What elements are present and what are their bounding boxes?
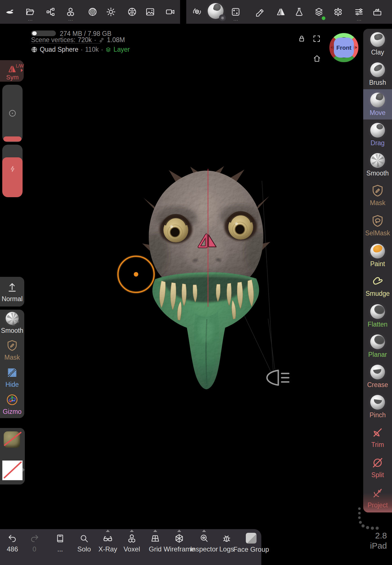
color-expand-arrow[interactable] [23, 468, 25, 472]
device-name: iPad [370, 541, 387, 551]
settings-gear-icon[interactable] [333, 7, 343, 17]
tool-planar[interactable]: Planar [363, 331, 392, 361]
face-group-swatch-icon [246, 533, 257, 544]
planar-ball-icon [370, 334, 385, 349]
active-tool-ball[interactable] [208, 3, 224, 19]
normal-button[interactable]: Normal [0, 277, 24, 307]
sym-expand-arrow[interactable] [21, 69, 23, 72]
tool-paint[interactable]: Paint [363, 240, 392, 271]
scene-icon[interactable] [66, 7, 75, 17]
tool-label: Drag [371, 140, 385, 146]
files-more-dots: ... [28, 16, 33, 22]
tool-clay[interactable]: Clay [363, 29, 392, 59]
version-number: 2.8 [370, 531, 387, 541]
tool-brush[interactable]: Brush [363, 59, 392, 89]
resize-dot [359, 521, 362, 524]
background-image-icon[interactable] [145, 7, 155, 17]
post-process-icon[interactable] [127, 7, 137, 17]
environment-icon[interactable] [106, 7, 116, 17]
symmetry-icon[interactable] [276, 7, 286, 17]
tool-smooth[interactable]: Smooth [363, 150, 392, 180]
arrow-up-icon [6, 281, 18, 293]
fullscreen-icon[interactable] [312, 34, 321, 43]
quick-hide-label: Hide [5, 381, 19, 388]
smooth-ball-icon [6, 312, 19, 325]
topology-icon[interactable] [88, 7, 97, 17]
scene-more-dots: ... [68, 16, 73, 22]
orientation-gizmo[interactable]: Front Front [328, 32, 360, 63]
orbit-view-icon[interactable] [192, 7, 202, 17]
tool-trim[interactable]: Trim [363, 422, 392, 452]
brush-ball-icon [370, 62, 385, 77]
quick-mask-button[interactable]: Mask [0, 337, 24, 364]
selmask-shield-icon [371, 214, 384, 228]
intensity-slider[interactable] [2, 145, 23, 197]
tool-label: Crease [367, 382, 388, 388]
crease-ball-icon [370, 365, 385, 379]
history-more-label: ... [57, 545, 63, 553]
tool-flatten[interactable]: Flatten [363, 301, 392, 331]
split-circle-icon [371, 456, 384, 470]
stroke-normal-panel: Normal [0, 277, 24, 307]
xray-label: X-Ray [98, 545, 117, 553]
tool-move[interactable]: Move [363, 89, 392, 119]
tool-drag[interactable]: Drag [363, 119, 392, 150]
lock-icon[interactable] [297, 34, 306, 43]
tool-label: Smudge [365, 290, 390, 297]
glasses-icon [103, 534, 113, 544]
home-icon[interactable] [313, 54, 321, 63]
quick-gizmo-label: Gizmo [3, 408, 21, 416]
toolbox-icon[interactable] [373, 7, 382, 17]
resize-dot [371, 527, 374, 530]
nomad-logo-icon[interactable] [5, 7, 15, 17]
camera-icon[interactable] [165, 7, 175, 17]
caret-up-icon [130, 530, 134, 532]
tool-label: Paint [370, 261, 385, 267]
radius-icon [8, 109, 17, 118]
tool-label: Split [371, 472, 384, 478]
undo-count: 486 [7, 545, 18, 553]
tool-label: Planar [368, 351, 387, 358]
redo-button[interactable]: 0 [20, 529, 49, 565]
quick-smooth-button[interactable]: Smooth [0, 310, 24, 337]
radius-slider-handle[interactable] [3, 136, 21, 142]
stamps-icon[interactable] [231, 7, 240, 17]
layers-icon[interactable] [314, 7, 324, 17]
face-group-button[interactable]: Face Group [235, 529, 268, 565]
layers-active-dot [322, 16, 325, 20]
tool-smudge[interactable]: Smudge [363, 271, 392, 301]
tool-sidebar: Clay Brush Move Drag Smooth Mask SelMask… [363, 29, 392, 512]
quick-gizmo-button[interactable]: Gizmo [0, 391, 24, 418]
tool-selmask[interactable]: SelMask [363, 210, 392, 240]
sym-label: Sym [6, 74, 19, 81]
tool-project[interactable]: Project [363, 482, 392, 512]
drag-ball-icon [370, 123, 385, 138]
tool-label: Smooth [366, 170, 389, 177]
radius-slider[interactable] [2, 85, 23, 142]
symmetry-panel-button[interactable]: L/W Sym [0, 60, 24, 82]
grid-label: Grid [149, 545, 161, 553]
tool-pinch[interactable]: Pinch [363, 392, 392, 422]
interface-sliders-icon[interactable] [354, 7, 364, 17]
wireframe-icon [174, 534, 184, 543]
interface-more-dots: ... [357, 16, 362, 22]
light-widget-icon[interactable] [267, 370, 289, 385]
resize-dot [358, 512, 361, 514]
files-icon[interactable] [25, 7, 35, 17]
toolbar-file: ... ... [0, 0, 180, 24]
material-icon[interactable] [294, 7, 304, 17]
tool-split[interactable]: Split [363, 452, 392, 482]
node-graph-icon[interactable] [46, 7, 55, 17]
sym-triangle-icon [7, 64, 17, 74]
viewport-canvas[interactable] [0, 0, 392, 565]
caret-up-icon [106, 530, 110, 532]
painting-icon[interactable] [255, 7, 264, 17]
intensity-slider-fill [2, 157, 23, 197]
tool-mask[interactable]: Mask [363, 180, 392, 210]
tool-crease[interactable]: Crease [363, 361, 392, 392]
tool-label: SelMask [365, 230, 390, 236]
quick-mask-label: Mask [5, 354, 20, 361]
material-color-panel [0, 428, 25, 484]
quick-hide-button[interactable]: Hide [0, 364, 24, 391]
project-arrow-icon [371, 486, 384, 500]
